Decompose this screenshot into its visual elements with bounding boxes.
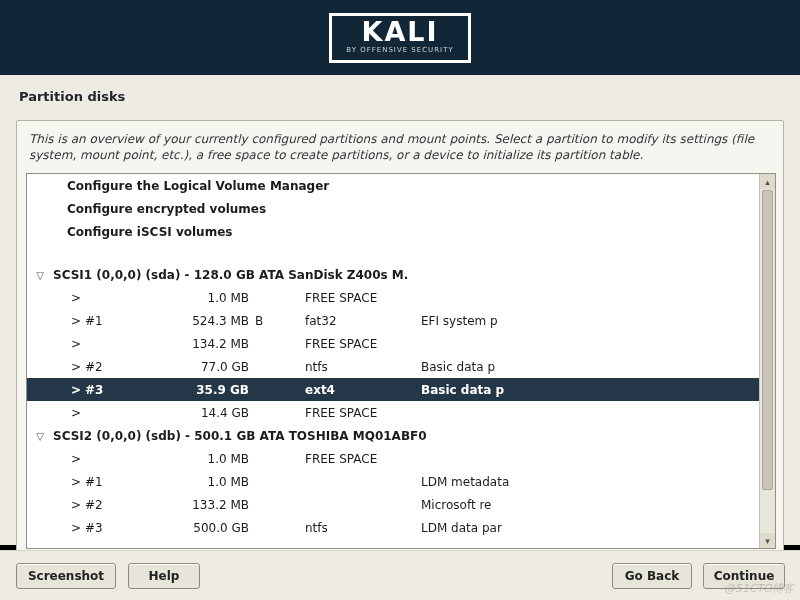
scroll-down-icon[interactable]: ▾ xyxy=(760,533,775,548)
sda-row-2[interactable]: >134.2 MBFREE SPACE xyxy=(27,332,760,355)
config-encrypted-item[interactable]: Configure encrypted volumes xyxy=(27,197,760,220)
disk-sda-header[interactable]: SCSI1 (0,0,0) (sda) - 128.0 GB ATA SanDi… xyxy=(27,263,760,286)
description-text: This is an overview of your currently co… xyxy=(17,121,783,171)
sda-row-1[interactable]: >#1524.3 MBBfat32EFI system p xyxy=(27,309,760,332)
config-lvm-item[interactable]: Configure the Logical Volume Manager xyxy=(27,174,760,197)
watermark: @51CTO博客 xyxy=(724,581,794,596)
scrollbar[interactable]: ▴ ▾ xyxy=(759,174,775,548)
partition-list-inner: Configure the Logical Volume Manager Con… xyxy=(27,174,760,548)
main-panel: This is an overview of your currently co… xyxy=(16,120,784,600)
chevron-down-icon xyxy=(27,429,53,443)
sda-row-4-selected[interactable]: >#335.9 GBext4Basic data p xyxy=(27,378,760,401)
sdb-row-0[interactable]: >1.0 MBFREE SPACE xyxy=(27,447,760,470)
help-button[interactable]: Help xyxy=(128,563,200,589)
disk-sdb-header[interactable]: SCSI2 (0,0,0) (sdb) - 500.1 GB ATA TOSHI… xyxy=(27,424,760,447)
logo-tagline: BY OFFENSIVE SECURITY xyxy=(346,46,453,54)
sda-row-0[interactable]: >1.0 MBFREE SPACE xyxy=(27,286,760,309)
go-back-button[interactable]: Go Back xyxy=(612,563,692,589)
sdb-row-2[interactable]: >#2133.2 MBMicrosoft re xyxy=(27,493,760,516)
scrollbar-thumb[interactable] xyxy=(762,190,773,490)
blank-row xyxy=(27,243,760,263)
scroll-up-icon[interactable]: ▴ xyxy=(760,174,775,189)
config-iscsi-item[interactable]: Configure iSCSI volumes xyxy=(27,220,760,243)
screenshot-button[interactable]: Screenshot xyxy=(16,563,116,589)
sda-row-5[interactable]: >14.4 GBFREE SPACE xyxy=(27,401,760,424)
header-banner: KALI BY OFFENSIVE SECURITY xyxy=(0,0,800,75)
sdb-row-3[interactable]: >#3500.0 GBntfsLDM data par xyxy=(27,516,760,539)
sda-row-3[interactable]: >#277.0 GBntfsBasic data p xyxy=(27,355,760,378)
partition-list: Configure the Logical Volume Manager Con… xyxy=(26,173,776,549)
logo-text: KALI xyxy=(346,18,453,45)
kali-logo: KALI BY OFFENSIVE SECURITY xyxy=(329,13,470,63)
content-area: Partition disks This is an overview of y… xyxy=(0,75,800,545)
page-title: Partition disks xyxy=(19,89,125,104)
sdb-row-1[interactable]: >#11.0 MBLDM metadata xyxy=(27,470,760,493)
footer-bar: Screenshot Help Go Back Continue @51CTO博… xyxy=(0,550,800,600)
chevron-down-icon xyxy=(27,268,53,282)
